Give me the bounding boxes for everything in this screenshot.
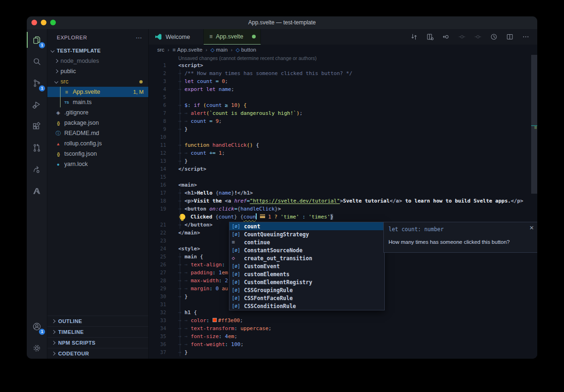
suggestion-count[interactable]: [ø]count <box>229 222 384 230</box>
code-line: 1<script> <box>149 61 537 69</box>
tab-welcome[interactable]: Welcome <box>149 29 204 45</box>
file-row-tsconfig.json[interactable]: tsconfig.json <box>47 149 148 159</box>
code-line: 13→} <box>149 157 537 165</box>
suggestion-continue[interactable]: ≡continue <box>229 238 384 246</box>
code-line: 8→→count = 9; <box>149 117 537 125</box>
activity-extensions[interactable] <box>27 115 47 137</box>
activity-github-pull-requests[interactable] <box>27 137 47 158</box>
breadcrumb-label: main <box>216 47 228 53</box>
open-changes-icon[interactable] <box>426 33 434 41</box>
line-number: 35 <box>149 332 178 340</box>
symbol-box-icon: ◇ <box>236 47 241 53</box>
line-number: 21 <box>149 221 178 229</box>
symbol-var-icon: [ø] <box>232 271 242 277</box>
breadcrumb-src[interactable]: src <box>157 47 164 53</box>
breadcrumb-label: src <box>157 47 164 53</box>
suggest-docs-description: How many times has someone clicked this … <box>389 239 527 245</box>
json-file-icon <box>55 151 61 158</box>
run-clock-icon[interactable] <box>490 33 498 41</box>
git-file-icon <box>55 109 61 116</box>
panel-outline[interactable]: OUTLINE <box>47 316 148 326</box>
extensions-icon <box>32 121 42 131</box>
search-icon <box>32 57 42 67</box>
file-row-README.md[interactable]: README.md <box>47 128 148 138</box>
code-text: →→font-weight: 100; <box>178 340 244 348</box>
suggestion-customElements[interactable]: [ø]customElements <box>229 270 384 278</box>
breadcrumb-App.svelte[interactable]: ≡ App.svelte <box>173 47 203 53</box>
file-row-.gitignore[interactable]: .gitignore <box>47 107 148 118</box>
run-debug-icon <box>32 100 42 110</box>
code-line: 12→→count += 1; <box>149 149 537 157</box>
suggestion-create_out_transition[interactable]: ◇create_out_transition <box>229 254 384 262</box>
line-number: 16 <box>149 181 178 189</box>
symbol-var-icon: [ø] <box>232 279 242 285</box>
suggestion-CustomElementRegistry[interactable]: [ø]CustomElementRegistry <box>229 278 384 286</box>
code-line: 10 <box>149 133 537 141</box>
line-number: 30 <box>149 293 178 301</box>
activity-accounts[interactable]: 1 <box>27 316 47 337</box>
previous-change-icon <box>458 33 466 41</box>
code-line: 18→<p>Visit the <a href="https://svelte.… <box>149 197 537 205</box>
close-icon[interactable]: ✕ <box>529 225 534 231</box>
suggestion-CountQueuingStrategy[interactable]: [ø]CountQueuingStrategy <box>229 230 384 238</box>
file-row-public[interactable]: public <box>47 66 148 76</box>
activity-search[interactable] <box>27 51 47 72</box>
line-number: 13 <box>149 157 178 165</box>
activity-settings[interactable] <box>27 337 47 359</box>
indent-guide <box>180 69 180 165</box>
file-row-App.svelte[interactable]: App.svelte1, M <box>47 87 148 97</box>
navigate-back-icon[interactable] <box>442 33 450 41</box>
explorer-header: EXPLORER ⋯ <box>47 29 148 45</box>
breadcrumb-main[interactable]: ◇ main <box>211 47 228 53</box>
explorer-title: EXPLORER <box>57 35 87 40</box>
file-row-rollup.config.js[interactable]: rollup.config.js <box>47 138 148 149</box>
tab-app-svelte[interactable]: ≡ App.svelte <box>204 29 261 45</box>
activity-run-debug[interactable] <box>27 94 47 115</box>
suggestion-CSSGroupingRule[interactable]: [ø]CSSGroupingRule <box>229 286 384 294</box>
suggestion-label: CSSFontFaceRule <box>244 295 293 302</box>
line-number: 23 <box>149 237 178 245</box>
suggestion-ConstantSourceNode[interactable]: [ø]ConstantSourceNode <box>229 246 384 254</box>
file-row-yarn.lock[interactable]: yarn.lock <box>47 159 148 169</box>
code-line: 6→$: if (count ≥ 10) { <box>149 101 537 109</box>
activity-explorer[interactable]: 1 <box>27 29 47 51</box>
code-line: Clicked {count} {coun 1 ? 'time' : 'time… <box>149 213 537 221</box>
compare-changes-icon[interactable] <box>410 33 418 41</box>
editor-scrollbar[interactable] <box>531 55 537 194</box>
breadcrumb-label: button <box>241 47 256 53</box>
next-change-icon <box>474 33 482 41</box>
yarn-file-icon <box>55 161 61 168</box>
more-actions-icon[interactable]: ⋯ <box>136 34 143 41</box>
line-number: 33 <box>149 317 178 324</box>
file-row-package.json[interactable]: package.json <box>47 118 148 128</box>
suggestion-CSSFontFaceRule[interactable]: [ø]CSSFontFaceRule <box>229 294 384 302</box>
titlebar: App.svelte — test-template <box>27 16 537 29</box>
symbol-var-icon: [ø] <box>232 264 242 269</box>
panel-timeline[interactable]: TIMELINE <box>47 326 148 337</box>
file-row-src[interactable]: src <box>47 76 148 87</box>
file-label: node_modules <box>61 58 99 64</box>
breadcrumb-button[interactable]: ◇ button <box>236 47 256 53</box>
file-row-main.ts[interactable]: main.ts <box>47 97 148 107</box>
file-label: tsconfig.json <box>64 151 97 157</box>
suggestion-label: count <box>244 223 260 230</box>
panel-npm-scripts[interactable]: NPM SCRIPTS <box>47 337 148 348</box>
file-row-node_modules[interactable]: node_modules <box>47 56 148 66</box>
folder-root[interactable]: TEST-TEMPLATE <box>47 45 148 56</box>
editor[interactable]: Unsaved changes (cannot determine recent… <box>149 55 537 359</box>
code-text: <main> <box>178 181 197 189</box>
symbol-var-icon: [ø] <box>232 248 242 253</box>
code-text: →→font-size: 4em; <box>178 332 237 340</box>
badge-count: 1 <box>39 42 45 48</box>
activity-azure[interactable] <box>27 180 47 202</box>
split-editor-icon[interactable] <box>506 33 514 41</box>
code-text: →/** How many times has someone clicked … <box>178 69 352 77</box>
panel-codetour[interactable]: CODETOUR <box>47 348 148 359</box>
code-text: →function handleClick() { <box>178 141 259 149</box>
suggestion-CSSConditionRule[interactable]: [ø]CSSConditionRule <box>229 302 384 310</box>
more-actions-icon[interactable] <box>522 33 530 41</box>
suggestion-CustomEvent[interactable]: [ø]CustomEvent <box>229 262 384 270</box>
activity-source-control[interactable]: 1 <box>27 72 47 94</box>
activity-live-share[interactable] <box>27 158 47 180</box>
file-tree: node_modulespublicsrcApp.svelte1, Mmain.… <box>47 56 148 169</box>
